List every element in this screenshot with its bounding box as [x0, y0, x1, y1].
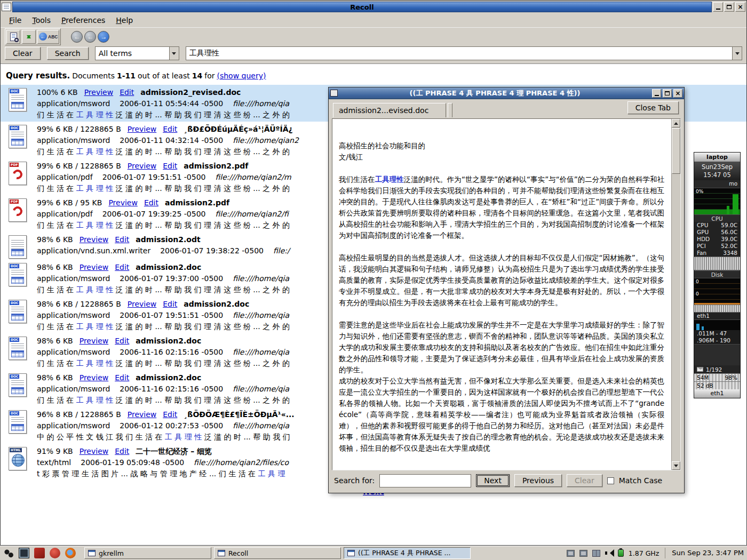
menu-file[interactable]: File [4, 14, 27, 27]
result-preview-link[interactable]: Preview [128, 162, 157, 170]
next-page-button[interactable]: → [98, 31, 109, 43]
preview-tab[interactable]: admission2...evised.doc [333, 103, 446, 117]
package-launcher-icon[interactable] [34, 548, 45, 558]
result-edit-link[interactable]: Edit [115, 447, 129, 455]
previous-page-button[interactable]: ← [84, 31, 96, 43]
result-preview-link[interactable]: Preview [128, 410, 157, 419]
chevron-down-icon[interactable] [169, 47, 179, 60]
result-title: admission2_revised.doc [140, 88, 241, 97]
maximize-button[interactable] [724, 2, 734, 12]
scrollbar-thumb[interactable] [672, 128, 680, 174]
minimize-button[interactable] [713, 2, 723, 12]
result-score: 98% 6 KB / 1228865 B [37, 300, 121, 308]
gkrellm-hostname[interactable]: laptop [694, 153, 740, 162]
result-edit-link[interactable]: Edit [144, 198, 158, 207]
minimize-icon [716, 9, 720, 10]
terminal-launcher-icon[interactable] [19, 548, 29, 558]
result-preview-link[interactable]: Preview [128, 125, 157, 133]
disk-write-value: 0 [696, 291, 699, 297]
result-preview-link[interactable]: Preview [80, 263, 109, 271]
scroll-up-button[interactable] [672, 119, 680, 127]
result-edit-link[interactable]: Edit [115, 235, 129, 244]
result-edit-link[interactable]: Edit [163, 125, 177, 133]
search-button[interactable]: Search [47, 47, 89, 60]
result-url: file:///home/qia [233, 421, 289, 430]
results-for: for [204, 71, 214, 80]
query-input[interactable]: 工具理性 [186, 46, 742, 60]
menu-tools[interactable]: Tools [27, 14, 56, 27]
preview-scrollbar[interactable] [671, 119, 680, 470]
preview-search-input[interactable] [379, 474, 471, 487]
show-query-link[interactable]: (show query) [217, 71, 266, 80]
result-edit-link[interactable]: Edit [115, 337, 129, 345]
toolbar: ←ABC ← ← → [1, 27, 746, 45]
menu-preferences[interactable]: Preferences [56, 14, 110, 27]
close-button[interactable]: × [735, 2, 745, 12]
scroll-down-button[interactable] [672, 461, 680, 470]
display-tray-icon[interactable] [567, 550, 575, 557]
firefox-launcher-icon[interactable] [65, 548, 76, 558]
result-preview-link[interactable]: Preview [108, 198, 138, 207]
preview-clear-button[interactable]: Clear [567, 474, 602, 487]
fan-meter[interactable] [694, 257, 740, 270]
speaker-icon[interactable] [605, 549, 613, 557]
match-case-checkbox[interactable] [607, 477, 614, 484]
result-edit-link[interactable]: Edit [163, 410, 177, 419]
search-row: Clear Search All terms 工具理性 [1, 45, 746, 63]
disk-chart: 0 0 [694, 278, 740, 305]
preview-previous-button[interactable]: Previous [514, 474, 562, 487]
result-edit-link[interactable]: Edit [163, 300, 177, 308]
pdf-file-icon: PDF [9, 162, 27, 185]
result-preview-link[interactable]: Preview [128, 300, 157, 308]
sort-arrows-icon [26, 33, 32, 41]
close-icon: × [737, 4, 743, 10]
gkrellm-clock: Sun23Sep 15:47 05 [694, 162, 740, 180]
preview-maximize-button[interactable] [663, 89, 672, 98]
memory-row[interactable]: 54M 98% [694, 373, 740, 381]
clear-button[interactable]: Clear [5, 47, 41, 60]
taskbar-task[interactable]: ((工 PHRASE 4 具 PHRASE ... [344, 547, 471, 559]
result-edit-link[interactable]: Edit [115, 373, 129, 382]
result-preview-link[interactable]: Preview [80, 373, 109, 382]
preview-close-button[interactable]: × [673, 89, 682, 98]
taskbar-clock[interactable]: Sun Sep 23, 3:47 PM [665, 548, 744, 558]
preview-minimize-button[interactable] [652, 89, 661, 98]
result-preview-link[interactable]: Preview [80, 235, 109, 244]
footprints-launcher-icon[interactable] [3, 548, 14, 558]
result-mime: application/msword [37, 99, 110, 108]
result-preview-link[interactable]: Preview [84, 88, 114, 97]
sensor-value: 39.0C [721, 236, 737, 243]
preview-titlebar[interactable]: ((工 PHRASE 4 具 PHRASE 4 理 PHRASE 4 性)) × [329, 87, 684, 99]
result-preview-link[interactable]: Preview [80, 337, 109, 345]
taskbar-task[interactable]: Recoll [214, 547, 341, 559]
first-page-button[interactable]: ← [71, 31, 83, 43]
menu-help[interactable]: Help [110, 14, 138, 27]
result-mime: application/msword [37, 136, 110, 145]
power-icon[interactable] [618, 549, 624, 557]
chevron-down-icon[interactable] [732, 47, 742, 60]
result-mime: application/pdf [37, 210, 93, 218]
disk-meter[interactable] [694, 305, 740, 313]
result-preview-link[interactable]: Preview [80, 447, 109, 455]
workspace-pager-icon[interactable] [592, 550, 600, 557]
fan-label: Fan [697, 250, 706, 257]
result-score: 99% 6 KB / 1228865 B [37, 162, 121, 170]
titlebar[interactable]: Recoll × [1, 1, 746, 13]
preview-text-area[interactable]: 高校招生的社会功能和目的文/钱江我们生活在工具理性泛滥的时代。作为“世之显学”的… [332, 118, 681, 470]
display-tray-icon-2[interactable] [579, 550, 587, 557]
close-tab-button[interactable]: Close Tab [627, 101, 679, 114]
term-explorer-button[interactable]: ←ABC [37, 30, 59, 44]
query-detail-button[interactable] [6, 30, 20, 44]
taskbar-task[interactable]: gkrellm [84, 547, 211, 559]
window-icon [218, 550, 225, 556]
mail-row[interactable]: 1/192 [694, 365, 740, 373]
result-edit-link[interactable]: Edit [163, 162, 177, 170]
sort-parameters-button[interactable] [22, 30, 36, 44]
result-edit-link[interactable]: Edit [120, 88, 134, 97]
preview-next-button[interactable]: Next [476, 474, 510, 487]
result-edit-link[interactable]: Edit [115, 263, 129, 271]
search-mode-select[interactable]: All terms [95, 46, 179, 60]
volume-row[interactable]: 52 dB [694, 381, 740, 389]
media-launcher-icon[interactable] [50, 548, 60, 558]
titlebar-drag-area[interactable]: Recoll [12, 2, 712, 12]
